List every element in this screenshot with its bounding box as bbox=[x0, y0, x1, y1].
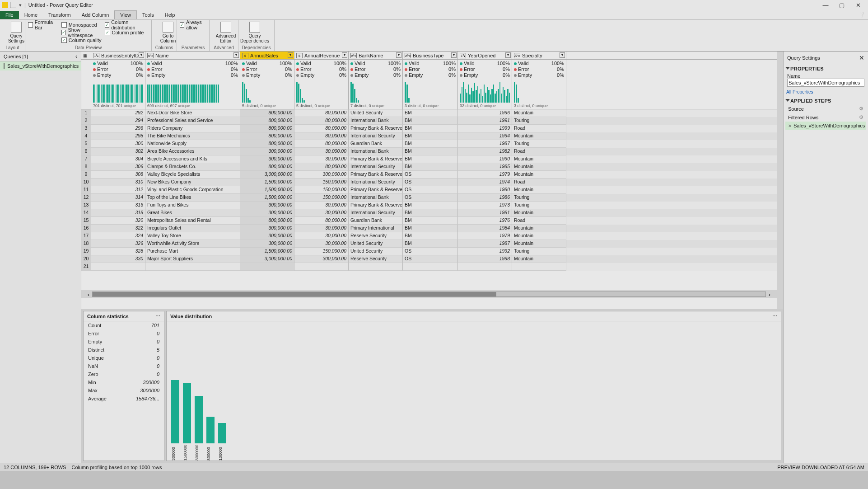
applied-step[interactable]: ✕Sales_vStoreWithDemographics bbox=[785, 122, 866, 130]
row-number[interactable]: 1 bbox=[81, 109, 91, 117]
chart-bar[interactable] bbox=[171, 380, 179, 443]
type-icon[interactable]: Aᵇc bbox=[514, 53, 520, 58]
menu-file[interactable]: File bbox=[0, 11, 19, 19]
distribution-sparkline[interactable] bbox=[147, 78, 238, 103]
maximize-button[interactable]: ▢ bbox=[834, 0, 850, 9]
column-header-YearOpened[interactable]: 1²₃YearOpened▾ bbox=[458, 52, 512, 59]
type-icon[interactable]: 1²₃ bbox=[460, 53, 466, 58]
row-number[interactable]: 2 bbox=[81, 117, 91, 125]
filter-dropdown-icon[interactable]: ▾ bbox=[505, 52, 511, 58]
table-row[interactable]: 16 322 Irregulars Outlet 300,000.00 30,0… bbox=[81, 225, 777, 232]
filter-dropdown-icon[interactable]: ▾ bbox=[342, 52, 347, 58]
column-header-Specialty[interactable]: AᵇcSpecialty▾ bbox=[512, 52, 566, 59]
table-row[interactable]: 14 318 Great Bikes 300,000.00 30,000.00 … bbox=[81, 209, 777, 217]
formula-bar-checkbox[interactable]: Formula Bar bbox=[28, 21, 59, 28]
table-row[interactable]: 20 330 Major Sport Suppliers 3,000,000.0… bbox=[81, 255, 777, 263]
close-button[interactable]: ✕ bbox=[850, 0, 866, 9]
table-row[interactable]: 21 bbox=[81, 263, 777, 271]
row-number[interactable]: 12 bbox=[81, 194, 91, 202]
column-header-BankName[interactable]: AᵇcBankName▾ bbox=[349, 52, 403, 59]
filter-dropdown-icon[interactable]: ▾ bbox=[139, 52, 144, 58]
row-number[interactable]: 19 bbox=[81, 248, 91, 255]
vertical-scrollbar[interactable] bbox=[777, 52, 783, 309]
distribution-sparkline[interactable] bbox=[350, 78, 401, 103]
filter-dropdown-icon[interactable]: ▾ bbox=[451, 52, 457, 58]
row-number[interactable]: 5 bbox=[81, 140, 91, 148]
row-number[interactable]: 7 bbox=[81, 155, 91, 163]
table-corner[interactable]: ▦ bbox=[81, 52, 91, 59]
table-row[interactable]: 4 298 The Bike Mechanics 800,000.00 80,0… bbox=[81, 132, 777, 140]
row-number[interactable]: 14 bbox=[81, 209, 91, 217]
row-number[interactable]: 18 bbox=[81, 240, 91, 248]
row-number[interactable]: 21 bbox=[81, 263, 91, 271]
table-row[interactable]: 19 328 Purchase Mart 1,500,000.00 150,00… bbox=[81, 248, 777, 255]
applied-step[interactable]: Source⚙ bbox=[785, 104, 866, 113]
query-name-input[interactable] bbox=[787, 79, 864, 87]
distribution-sparkline[interactable] bbox=[242, 78, 292, 103]
query-item[interactable]: Sales_vStoreWithDemographics bbox=[0, 61, 81, 71]
menu-home[interactable]: Home bbox=[19, 11, 43, 19]
column-header-BusinessType[interactable]: AᵇcBusinessType▾ bbox=[403, 52, 458, 59]
table-row[interactable]: 17 324 Valley Toy Store 300,000.00 30,00… bbox=[81, 232, 777, 240]
menu-tools[interactable]: Tools bbox=[137, 11, 159, 19]
chart-bar[interactable] bbox=[183, 383, 191, 443]
table-row[interactable]: 5 300 Nationwide Supply 800,000.00 80,00… bbox=[81, 140, 777, 148]
type-icon[interactable]: 1²₃ bbox=[93, 53, 99, 58]
table-row[interactable]: 2 294 Professional Sales and Service 800… bbox=[81, 117, 777, 125]
qat-dropdown-icon[interactable]: ▾ bbox=[19, 2, 22, 8]
filter-dropdown-icon[interactable]: ▾ bbox=[560, 52, 565, 58]
chart-bar[interactable] bbox=[206, 417, 215, 444]
table-row[interactable]: 8 306 Clamps & Brackets Co. 800,000.00 8… bbox=[81, 163, 777, 171]
always-allow-checkbox[interactable]: ✓Always allow bbox=[180, 21, 206, 28]
table-row[interactable]: 3 296 Riders Company 800,000.00 80,000.0… bbox=[81, 125, 777, 132]
all-properties-link[interactable]: All Properties bbox=[786, 89, 865, 94]
table-row[interactable]: 11 312 Vinyl and Plastic Goods Corporati… bbox=[81, 186, 777, 194]
type-icon[interactable]: $ bbox=[242, 53, 248, 58]
row-number[interactable]: 3 bbox=[81, 125, 91, 132]
table-row[interactable]: 15 320 Metropolitan Sales and Rental 800… bbox=[81, 217, 777, 225]
close-query-settings-icon[interactable]: ✕ bbox=[859, 54, 864, 61]
menu-view[interactable]: View bbox=[114, 10, 137, 19]
query-dependencies-button[interactable]: Query Dependencies bbox=[241, 21, 268, 44]
help-icon[interactable]: ❔ bbox=[856, 12, 868, 18]
filter-dropdown-icon[interactable]: ▾ bbox=[396, 52, 401, 58]
column-header-Name[interactable]: AᵇcName▾ bbox=[145, 52, 240, 59]
distribution-sparkline[interactable] bbox=[514, 78, 564, 103]
chart-bar[interactable] bbox=[218, 423, 226, 444]
distribution-sparkline[interactable] bbox=[460, 78, 510, 103]
row-number[interactable]: 17 bbox=[81, 232, 91, 240]
row-number[interactable]: 4 bbox=[81, 132, 91, 140]
type-icon[interactable]: $ bbox=[296, 53, 303, 58]
row-number[interactable]: 15 bbox=[81, 217, 91, 225]
column-header-AnnualRevenue[interactable]: $AnnualRevenue▾ bbox=[294, 52, 349, 59]
step-settings-icon[interactable]: ⚙ bbox=[859, 106, 863, 112]
minimize-button[interactable]: — bbox=[817, 0, 834, 9]
menu-help[interactable]: Help bbox=[159, 11, 181, 19]
delete-step-icon[interactable]: ✕ bbox=[788, 123, 792, 128]
table-row[interactable]: 12 314 Top of the Line Bikes 1,500,000.0… bbox=[81, 194, 777, 202]
row-number[interactable]: 10 bbox=[81, 179, 91, 186]
type-icon[interactable]: Aᵇc bbox=[350, 53, 357, 58]
save-icon[interactable] bbox=[10, 2, 16, 8]
row-number[interactable]: 9 bbox=[81, 171, 91, 179]
scroll-left-icon[interactable]: ‹ bbox=[85, 291, 92, 298]
chart-bar[interactable] bbox=[195, 396, 203, 443]
filter-dropdown-icon[interactable]: ▾ bbox=[233, 52, 239, 58]
table-row[interactable]: 1 292 Next-Door Bike Store 800,000.00 80… bbox=[81, 109, 777, 117]
distribution-sparkline[interactable] bbox=[405, 78, 456, 103]
column-header-BusinessEntityID[interactable]: 1²₃BusinessEntityID▾ bbox=[91, 52, 145, 59]
show-whitespace-checkbox[interactable]: ✓Show whitespace bbox=[61, 28, 102, 36]
row-number[interactable]: 11 bbox=[81, 186, 91, 194]
menu-add-column[interactable]: Add Column bbox=[76, 11, 115, 19]
filter-dropdown-icon[interactable]: ▾ bbox=[288, 52, 293, 58]
type-icon[interactable]: Aᵇc bbox=[405, 53, 411, 58]
row-number[interactable]: 16 bbox=[81, 225, 91, 232]
scroll-right-icon[interactable]: › bbox=[766, 291, 773, 298]
applied-step[interactable]: Filtered Rows⚙ bbox=[785, 113, 866, 122]
row-number[interactable]: 6 bbox=[81, 148, 91, 155]
distribution-sparkline[interactable] bbox=[296, 78, 346, 103]
table-row[interactable]: 6 302 Area Bike Accessories 300,000.00 3… bbox=[81, 148, 777, 155]
horizontal-scrollbar[interactable]: ‹ › bbox=[81, 290, 777, 298]
distribution-sparkline[interactable] bbox=[93, 78, 143, 103]
step-settings-icon[interactable]: ⚙ bbox=[859, 114, 863, 120]
